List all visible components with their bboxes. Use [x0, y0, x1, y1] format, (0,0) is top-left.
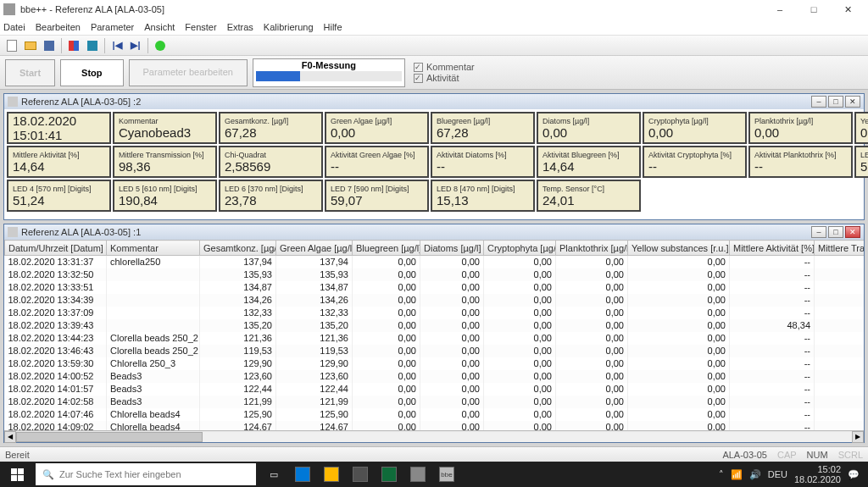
child-close-button[interactable]: ✕: [845, 96, 860, 108]
table-header[interactable]: Datum/Uhrzeit [Datum]: [5, 241, 107, 256]
table-header[interactable]: Yellow substances [r.u.]: [628, 241, 730, 256]
table-header[interactable]: Gesamtkonz. [µg/l]: [200, 241, 276, 256]
child-close-button[interactable]: ✕: [845, 226, 860, 238]
tray-clock[interactable]: 15:02 18.02.2020: [794, 464, 841, 484]
table-cell: 0,00: [484, 319, 556, 332]
taskbar-app[interactable]: [346, 462, 375, 487]
doc-icon: [8, 97, 18, 107]
taskbar-app[interactable]: [317, 462, 346, 487]
menu-fenster[interactable]: Fenster: [185, 22, 216, 32]
table-cell: 0,00: [420, 396, 484, 408]
child-minimize-button[interactable]: –: [811, 96, 826, 108]
taskbar-app[interactable]: bbe: [432, 462, 461, 487]
table-header[interactable]: Diatoms [µg/l]: [420, 241, 484, 256]
menu-parameter[interactable]: Parameter: [91, 22, 134, 32]
tray-volume-icon[interactable]: 🔊: [749, 469, 761, 480]
tray-time: 15:02: [794, 464, 841, 474]
table-row[interactable]: 18.02.2020 14:00:52Beads3123,60123,600,0…: [5, 370, 865, 383]
table-cell: 121,99: [200, 396, 276, 408]
tray-lang[interactable]: DEU: [768, 469, 787, 479]
table-header[interactable]: Mittlere Transmission [%]: [815, 241, 865, 256]
window-maximize-button[interactable]: □: [797, 0, 831, 19]
child-maximize-button[interactable]: □: [828, 96, 843, 108]
tray-notifications-icon[interactable]: 💬: [848, 469, 860, 480]
table-cell: 0,00: [420, 357, 484, 370]
search-placeholder: Zur Suche Text hier eingeben: [59, 469, 181, 479]
window-close-button[interactable]: ✕: [831, 0, 865, 19]
taskbar-app[interactable]: [288, 462, 317, 487]
child-titlebar[interactable]: Referenz ALA [ALA-03-05] :1 – □ ✕: [4, 224, 864, 240]
menu-datei[interactable]: Datei: [3, 22, 25, 32]
start-button-taskbar[interactable]: [2, 462, 32, 487]
toolbar-last-button[interactable]: ▶|: [127, 37, 144, 54]
parameter-edit-button[interactable]: Parameter bearbeiten: [129, 59, 248, 86]
table-cell: 0,00: [484, 307, 556, 319]
toolbar-chart-button[interactable]: [84, 37, 101, 54]
data-table-wrap[interactable]: Datum/Uhrzeit [Datum]KommentarGesamtkonz…: [4, 240, 864, 430]
table-row[interactable]: 18.02.2020 14:01:57Beads3122,44122,440,0…: [5, 383, 865, 396]
table-row[interactable]: 18.02.2020 13:37:09132,33132,330,000,000…: [5, 307, 865, 319]
checkbox-kommentar[interactable]: ✓Kommentar: [414, 62, 475, 72]
taskbar-app[interactable]: [375, 462, 403, 487]
table-row[interactable]: 18.02.2020 13:46:43Clorella beads 250_21…: [5, 345, 865, 357]
detail-cell-label: Diatoms [µg/l]: [542, 117, 635, 125]
stop-button[interactable]: Stop: [60, 59, 123, 86]
scroll-track[interactable]: [16, 432, 852, 442]
task-view-button[interactable]: ▭: [259, 462, 288, 487]
start-button[interactable]: Start: [5, 59, 55, 86]
table-header[interactable]: Cryptophyta [µg/l]: [484, 241, 556, 256]
table-cell: 98,17: [815, 268, 865, 281]
toolbar-open-button[interactable]: [22, 37, 39, 54]
table-row[interactable]: 18.02.2020 13:34:39134,26134,260,000,000…: [5, 294, 865, 307]
table-cell: 0,00: [353, 408, 420, 421]
child-titlebar[interactable]: Referenz ALA [ALA-03-05] :2 – □ ✕: [4, 94, 864, 109]
detail-cell: LED 4 [570 nm] [Digits]51,24: [7, 180, 111, 212]
table-cell: 0,00: [420, 307, 484, 319]
menu-extras[interactable]: Extras: [227, 22, 253, 32]
detail-cell: Bluegreen [µg/l]67,28: [431, 112, 535, 144]
table-cell: 18.02.2020 13:39:43: [5, 319, 107, 332]
toolbar-grid-button[interactable]: [65, 37, 82, 54]
table-row[interactable]: 18.02.2020 13:44:23Clorella beads 250_21…: [5, 332, 865, 345]
taskbar-app[interactable]: [403, 462, 432, 487]
table-cell: --: [730, 294, 815, 307]
table-header[interactable]: Planktothrix [µg/l]: [556, 241, 628, 256]
check-icon: ✓: [414, 63, 423, 72]
table-header[interactable]: Bluegreen [µg/l]: [353, 241, 420, 256]
toolbar-save-button[interactable]: [41, 37, 58, 54]
scroll-right-button[interactable]: ▶: [852, 431, 864, 443]
menu-kalibrierung[interactable]: Kalibrierung: [264, 22, 314, 32]
table-row[interactable]: 18.02.2020 13:31:37chlorella250137,94137…: [5, 256, 865, 268]
taskbar-search[interactable]: 🔍 Zur Suche Text hier eingeben: [36, 463, 256, 485]
scroll-thumb[interactable]: [16, 432, 203, 442]
table-row[interactable]: 18.02.2020 13:39:43135,20135,200,000,000…: [5, 319, 865, 332]
child-maximize-button[interactable]: □: [828, 226, 843, 238]
horizontal-scrollbar[interactable]: ◀ ▶: [4, 430, 864, 442]
table-header[interactable]: Kommentar: [107, 241, 200, 256]
toolbar-new-button[interactable]: [3, 37, 20, 54]
table-row[interactable]: 18.02.2020 13:59:30Chlorella 250_3129,90…: [5, 357, 865, 370]
system-tray[interactable]: ˄ 📶 🔊 DEU 15:02 18.02.2020 💬: [712, 464, 866, 484]
child-minimize-button[interactable]: –: [811, 226, 826, 238]
table-header[interactable]: Mittlere Aktivität [%]: [730, 241, 815, 256]
detail-cell-value: 24,01: [542, 193, 635, 208]
tray-chevron-icon[interactable]: ˄: [719, 469, 724, 480]
menu-ansicht[interactable]: Ansicht: [144, 22, 175, 32]
toolbar-first-button[interactable]: |◀: [108, 37, 125, 54]
scroll-left-button[interactable]: ◀: [4, 431, 16, 443]
table-header[interactable]: Green Algae [µg/l]: [276, 241, 353, 256]
menu-bearbeiten[interactable]: Bearbeiten: [36, 22, 81, 32]
table-cell: 0,00: [556, 256, 628, 268]
table-row[interactable]: 18.02.2020 14:09:02Chlorella beads4124,6…: [5, 421, 865, 431]
table-cell: 98,19: [815, 357, 865, 370]
menu-hilfe[interactable]: Hilfe: [324, 22, 342, 32]
checkbox-aktivitaet[interactable]: ✓Aktivität: [414, 73, 475, 83]
table-row[interactable]: 18.02.2020 14:02:58Beads3121,99121,990,0…: [5, 396, 865, 408]
table-cell: 98,23: [815, 281, 865, 294]
window-minimize-button[interactable]: –: [763, 0, 797, 19]
table-row[interactable]: 18.02.2020 13:33:51134,87134,870,000,000…: [5, 281, 865, 294]
toolbar-record-button[interactable]: [152, 37, 169, 54]
tray-network-icon[interactable]: 📶: [731, 469, 743, 480]
table-row[interactable]: 18.02.2020 13:32:50135,93135,930,000,000…: [5, 268, 865, 281]
table-row[interactable]: 18.02.2020 14:07:46Chlorella beads4125,9…: [5, 408, 865, 421]
